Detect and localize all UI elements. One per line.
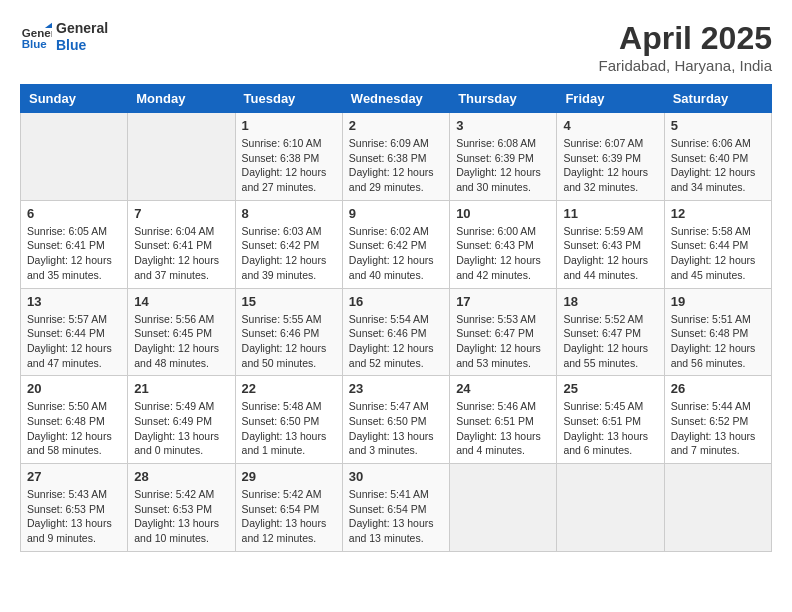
calendar-cell: 7Sunrise: 6:04 AM Sunset: 6:41 PM Daylig… bbox=[128, 200, 235, 288]
day-info: Sunrise: 5:49 AM Sunset: 6:49 PM Dayligh… bbox=[134, 399, 228, 458]
day-info: Sunrise: 6:02 AM Sunset: 6:42 PM Dayligh… bbox=[349, 224, 443, 283]
logo-line2: Blue bbox=[56, 37, 108, 54]
day-info: Sunrise: 6:05 AM Sunset: 6:41 PM Dayligh… bbox=[27, 224, 121, 283]
day-info: Sunrise: 5:46 AM Sunset: 6:51 PM Dayligh… bbox=[456, 399, 550, 458]
day-info: Sunrise: 5:42 AM Sunset: 6:53 PM Dayligh… bbox=[134, 487, 228, 546]
day-number: 8 bbox=[242, 206, 336, 221]
day-number: 14 bbox=[134, 294, 228, 309]
calendar-cell bbox=[664, 464, 771, 552]
day-number: 3 bbox=[456, 118, 550, 133]
day-info: Sunrise: 5:53 AM Sunset: 6:47 PM Dayligh… bbox=[456, 312, 550, 371]
calendar-cell: 2Sunrise: 6:09 AM Sunset: 6:38 PM Daylig… bbox=[342, 113, 449, 201]
calendar-week-row: 27Sunrise: 5:43 AM Sunset: 6:53 PM Dayli… bbox=[21, 464, 772, 552]
subtitle: Faridabad, Haryana, India bbox=[599, 57, 772, 74]
day-of-week-header: Sunday bbox=[21, 85, 128, 113]
calendar-cell: 23Sunrise: 5:47 AM Sunset: 6:50 PM Dayli… bbox=[342, 376, 449, 464]
day-of-week-header: Tuesday bbox=[235, 85, 342, 113]
day-number: 29 bbox=[242, 469, 336, 484]
calendar-cell: 13Sunrise: 5:57 AM Sunset: 6:44 PM Dayli… bbox=[21, 288, 128, 376]
day-of-week-header: Monday bbox=[128, 85, 235, 113]
day-info: Sunrise: 5:43 AM Sunset: 6:53 PM Dayligh… bbox=[27, 487, 121, 546]
day-number: 17 bbox=[456, 294, 550, 309]
calendar-cell: 14Sunrise: 5:56 AM Sunset: 6:45 PM Dayli… bbox=[128, 288, 235, 376]
day-number: 5 bbox=[671, 118, 765, 133]
day-number: 16 bbox=[349, 294, 443, 309]
calendar-cell: 4Sunrise: 6:07 AM Sunset: 6:39 PM Daylig… bbox=[557, 113, 664, 201]
day-number: 15 bbox=[242, 294, 336, 309]
calendar-cell: 28Sunrise: 5:42 AM Sunset: 6:53 PM Dayli… bbox=[128, 464, 235, 552]
day-info: Sunrise: 6:10 AM Sunset: 6:38 PM Dayligh… bbox=[242, 136, 336, 195]
day-of-week-header: Saturday bbox=[664, 85, 771, 113]
day-number: 7 bbox=[134, 206, 228, 221]
day-number: 4 bbox=[563, 118, 657, 133]
calendar-cell: 30Sunrise: 5:41 AM Sunset: 6:54 PM Dayli… bbox=[342, 464, 449, 552]
calendar-cell bbox=[557, 464, 664, 552]
title-area: April 2025 Faridabad, Haryana, India bbox=[599, 20, 772, 74]
calendar-cell: 26Sunrise: 5:44 AM Sunset: 6:52 PM Dayli… bbox=[664, 376, 771, 464]
day-number: 30 bbox=[349, 469, 443, 484]
calendar-week-row: 6Sunrise: 6:05 AM Sunset: 6:41 PM Daylig… bbox=[21, 200, 772, 288]
day-number: 1 bbox=[242, 118, 336, 133]
day-info: Sunrise: 6:08 AM Sunset: 6:39 PM Dayligh… bbox=[456, 136, 550, 195]
calendar-week-row: 1Sunrise: 6:10 AM Sunset: 6:38 PM Daylig… bbox=[21, 113, 772, 201]
calendar-cell: 20Sunrise: 5:50 AM Sunset: 6:48 PM Dayli… bbox=[21, 376, 128, 464]
calendar-cell: 10Sunrise: 6:00 AM Sunset: 6:43 PM Dayli… bbox=[450, 200, 557, 288]
calendar-cell: 3Sunrise: 6:08 AM Sunset: 6:39 PM Daylig… bbox=[450, 113, 557, 201]
calendar-cell: 18Sunrise: 5:52 AM Sunset: 6:47 PM Dayli… bbox=[557, 288, 664, 376]
calendar-cell: 22Sunrise: 5:48 AM Sunset: 6:50 PM Dayli… bbox=[235, 376, 342, 464]
calendar-header-row: SundayMondayTuesdayWednesdayThursdayFrid… bbox=[21, 85, 772, 113]
calendar-cell: 9Sunrise: 6:02 AM Sunset: 6:42 PM Daylig… bbox=[342, 200, 449, 288]
day-info: Sunrise: 5:52 AM Sunset: 6:47 PM Dayligh… bbox=[563, 312, 657, 371]
day-info: Sunrise: 5:42 AM Sunset: 6:54 PM Dayligh… bbox=[242, 487, 336, 546]
calendar-cell: 11Sunrise: 5:59 AM Sunset: 6:43 PM Dayli… bbox=[557, 200, 664, 288]
calendar-cell bbox=[128, 113, 235, 201]
calendar-cell: 5Sunrise: 6:06 AM Sunset: 6:40 PM Daylig… bbox=[664, 113, 771, 201]
day-number: 11 bbox=[563, 206, 657, 221]
day-info: Sunrise: 5:58 AM Sunset: 6:44 PM Dayligh… bbox=[671, 224, 765, 283]
calendar-cell: 15Sunrise: 5:55 AM Sunset: 6:46 PM Dayli… bbox=[235, 288, 342, 376]
day-info: Sunrise: 6:07 AM Sunset: 6:39 PM Dayligh… bbox=[563, 136, 657, 195]
day-number: 22 bbox=[242, 381, 336, 396]
day-info: Sunrise: 5:57 AM Sunset: 6:44 PM Dayligh… bbox=[27, 312, 121, 371]
calendar-week-row: 20Sunrise: 5:50 AM Sunset: 6:48 PM Dayli… bbox=[21, 376, 772, 464]
day-info: Sunrise: 6:09 AM Sunset: 6:38 PM Dayligh… bbox=[349, 136, 443, 195]
calendar-cell: 29Sunrise: 5:42 AM Sunset: 6:54 PM Dayli… bbox=[235, 464, 342, 552]
day-number: 13 bbox=[27, 294, 121, 309]
day-number: 19 bbox=[671, 294, 765, 309]
day-number: 23 bbox=[349, 381, 443, 396]
calendar-cell: 25Sunrise: 5:45 AM Sunset: 6:51 PM Dayli… bbox=[557, 376, 664, 464]
logo-line1: General bbox=[56, 20, 108, 37]
day-number: 26 bbox=[671, 381, 765, 396]
day-info: Sunrise: 6:00 AM Sunset: 6:43 PM Dayligh… bbox=[456, 224, 550, 283]
day-info: Sunrise: 5:51 AM Sunset: 6:48 PM Dayligh… bbox=[671, 312, 765, 371]
day-number: 27 bbox=[27, 469, 121, 484]
calendar-cell: 19Sunrise: 5:51 AM Sunset: 6:48 PM Dayli… bbox=[664, 288, 771, 376]
day-info: Sunrise: 5:44 AM Sunset: 6:52 PM Dayligh… bbox=[671, 399, 765, 458]
calendar: SundayMondayTuesdayWednesdayThursdayFrid… bbox=[20, 84, 772, 552]
day-number: 2 bbox=[349, 118, 443, 133]
day-number: 25 bbox=[563, 381, 657, 396]
day-number: 9 bbox=[349, 206, 443, 221]
main-title: April 2025 bbox=[599, 20, 772, 57]
calendar-week-row: 13Sunrise: 5:57 AM Sunset: 6:44 PM Dayli… bbox=[21, 288, 772, 376]
day-of-week-header: Thursday bbox=[450, 85, 557, 113]
day-number: 12 bbox=[671, 206, 765, 221]
calendar-cell: 1Sunrise: 6:10 AM Sunset: 6:38 PM Daylig… bbox=[235, 113, 342, 201]
day-info: Sunrise: 5:56 AM Sunset: 6:45 PM Dayligh… bbox=[134, 312, 228, 371]
day-number: 24 bbox=[456, 381, 550, 396]
calendar-cell: 16Sunrise: 5:54 AM Sunset: 6:46 PM Dayli… bbox=[342, 288, 449, 376]
day-of-week-header: Friday bbox=[557, 85, 664, 113]
day-number: 10 bbox=[456, 206, 550, 221]
day-info: Sunrise: 5:59 AM Sunset: 6:43 PM Dayligh… bbox=[563, 224, 657, 283]
calendar-cell: 17Sunrise: 5:53 AM Sunset: 6:47 PM Dayli… bbox=[450, 288, 557, 376]
day-info: Sunrise: 5:48 AM Sunset: 6:50 PM Dayligh… bbox=[242, 399, 336, 458]
day-number: 6 bbox=[27, 206, 121, 221]
calendar-cell: 24Sunrise: 5:46 AM Sunset: 6:51 PM Dayli… bbox=[450, 376, 557, 464]
calendar-cell bbox=[21, 113, 128, 201]
calendar-cell: 8Sunrise: 6:03 AM Sunset: 6:42 PM Daylig… bbox=[235, 200, 342, 288]
day-info: Sunrise: 6:06 AM Sunset: 6:40 PM Dayligh… bbox=[671, 136, 765, 195]
calendar-cell: 21Sunrise: 5:49 AM Sunset: 6:49 PM Dayli… bbox=[128, 376, 235, 464]
day-info: Sunrise: 5:55 AM Sunset: 6:46 PM Dayligh… bbox=[242, 312, 336, 371]
day-number: 18 bbox=[563, 294, 657, 309]
calendar-cell: 12Sunrise: 5:58 AM Sunset: 6:44 PM Dayli… bbox=[664, 200, 771, 288]
